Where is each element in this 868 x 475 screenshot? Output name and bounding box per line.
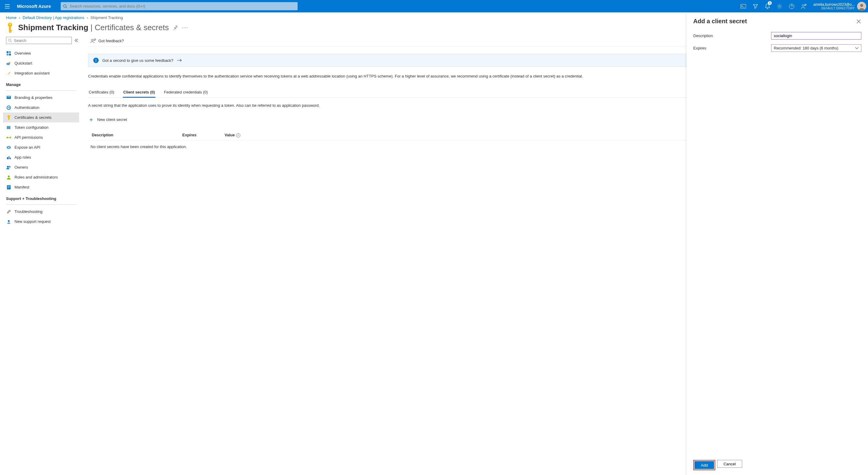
svg-rect-28 xyxy=(8,156,10,159)
chevron-double-left-icon xyxy=(74,38,79,42)
svg-rect-14 xyxy=(9,51,11,53)
chevron-right-icon: › xyxy=(19,15,20,20)
svg-rect-1 xyxy=(741,4,746,8)
close-button[interactable] xyxy=(857,19,861,24)
help-icon xyxy=(789,4,794,9)
nav-item-overview[interactable]: Overview xyxy=(3,48,79,58)
svg-rect-33 xyxy=(7,185,10,190)
nav-item-manifest[interactable]: Manifest xyxy=(3,182,79,192)
svg-point-35 xyxy=(91,39,93,41)
nav-item-token-configuration[interactable]: Token configuration xyxy=(3,123,79,132)
svg-point-18 xyxy=(9,72,10,73)
nav-item-owners[interactable]: Owners xyxy=(3,162,79,172)
collapse-nav-button[interactable] xyxy=(74,38,79,42)
add-client-secret-panel: Add a client secret Description Expires … xyxy=(687,12,868,473)
svg-point-0 xyxy=(63,4,66,7)
chevron-right-icon: › xyxy=(87,15,88,20)
roles-icon xyxy=(7,155,11,160)
brand-icon xyxy=(7,96,11,100)
table-header-expires: Expires xyxy=(182,133,213,138)
breadcrumb-link-directory[interactable]: Default Directory | App registrations xyxy=(23,15,84,20)
global-search[interactable] xyxy=(61,2,298,10)
description-input[interactable] xyxy=(771,32,861,39)
nav-search-input[interactable] xyxy=(14,38,70,43)
hamburger-icon xyxy=(5,4,10,8)
tab-client-secrets[interactable]: Client secrets (0) xyxy=(123,88,156,98)
help-button[interactable] xyxy=(785,0,798,12)
nav-label: Quickstart xyxy=(14,61,32,65)
nav-label: Authentication xyxy=(14,105,39,110)
nav-item-troubleshooting[interactable]: Troubleshooting xyxy=(3,207,79,216)
left-nav: Overview Quickstart Integration assistan… xyxy=(0,37,82,473)
manifest-icon xyxy=(7,185,10,190)
nav-label: Overview xyxy=(14,51,31,56)
expires-select[interactable]: Recommended: 180 days (6 months) xyxy=(771,44,861,52)
tab-federated-credentials[interactable]: Federated credentials (0) xyxy=(163,88,208,97)
info-icon[interactable]: i xyxy=(236,133,240,138)
info-icon: i xyxy=(93,58,99,63)
nav-item-expose-api[interactable]: Expose an API xyxy=(3,142,79,152)
notification-badge: 3 xyxy=(768,1,772,5)
nav-label: Troubleshooting xyxy=(14,209,42,214)
arrow-right-icon xyxy=(177,59,182,62)
nav-item-quickstart[interactable]: Quickstart xyxy=(3,58,79,68)
svg-point-4 xyxy=(802,4,804,6)
page-title-main: Shipment Tracking xyxy=(18,23,88,32)
nav-item-authentication[interactable]: Authentication xyxy=(3,103,79,112)
brand-label[interactable]: Microsoft Azure xyxy=(14,4,56,9)
expose-icon xyxy=(6,146,11,149)
tab-certificates[interactable]: Certificates (0) xyxy=(88,88,115,97)
got-feedback-button[interactable]: Got feedback? xyxy=(88,37,126,45)
add-button-highlight: Add xyxy=(693,460,715,470)
nav-section-support: Support + Troubleshooting xyxy=(6,192,79,203)
key-icon xyxy=(6,22,14,33)
wrench-icon xyxy=(7,210,11,214)
filter-icon xyxy=(753,4,758,9)
owners-icon xyxy=(6,166,11,169)
svg-point-30 xyxy=(7,166,9,168)
button-label: New client secret xyxy=(97,117,127,122)
nav-search[interactable] xyxy=(6,37,72,44)
add-button[interactable]: Add xyxy=(694,461,714,469)
nav-label: Owners xyxy=(14,165,28,169)
svg-rect-13 xyxy=(7,51,8,53)
nav-label: Expose an API xyxy=(14,145,40,149)
divider xyxy=(6,204,76,205)
avatar xyxy=(857,2,866,11)
search-icon xyxy=(8,39,12,42)
svg-point-32 xyxy=(8,175,10,177)
global-search-input[interactable] xyxy=(70,4,295,8)
page-title-sub: Certificates & secrets xyxy=(95,23,169,32)
nav-item-new-support-request[interactable]: New support request xyxy=(3,216,79,227)
svg-point-34 xyxy=(8,220,10,222)
gear-icon xyxy=(777,4,782,9)
nav-item-branding[interactable]: Branding & properties xyxy=(3,93,79,103)
rocket-icon xyxy=(7,71,11,75)
svg-point-24 xyxy=(7,137,8,138)
nav-item-certificates-secrets[interactable]: Certificates & secrets xyxy=(3,112,79,123)
nav-item-integration-assistant[interactable]: Integration assistant xyxy=(3,68,79,78)
cloud-shell-button[interactable] xyxy=(737,0,749,12)
pin-button[interactable] xyxy=(173,25,178,30)
hamburger-menu-button[interactable] xyxy=(0,0,14,12)
close-icon xyxy=(857,19,861,24)
cancel-button[interactable]: Cancel xyxy=(717,460,742,468)
nav-label: Manifest xyxy=(14,185,29,190)
banner-text: Got a second to give us some feedback? xyxy=(102,58,174,63)
nav-item-api-permissions[interactable]: API permissions xyxy=(3,132,79,142)
feedback-button[interactable] xyxy=(798,0,810,12)
svg-point-12 xyxy=(8,39,11,41)
plus-icon: ＋ xyxy=(88,115,94,124)
notifications-button[interactable]: 3 xyxy=(762,0,774,12)
user-account-button[interactable]: amelia.burrows2023@o... DEFAULT DIRECTOR… xyxy=(810,2,868,11)
directories-button[interactable] xyxy=(749,0,762,12)
nav-item-roles-admins[interactable]: Roles and administrators xyxy=(3,172,79,182)
settings-button[interactable] xyxy=(774,0,785,12)
nav-item-app-roles[interactable]: App roles xyxy=(3,152,79,162)
nav-label: Branding & properties xyxy=(14,95,53,100)
breadcrumb-link-home[interactable]: Home xyxy=(6,15,17,20)
more-button[interactable]: ··· xyxy=(182,25,188,31)
nav-label: Integration assistant xyxy=(14,71,50,75)
nav-label: New support request xyxy=(14,219,51,224)
page-title: Shipment Tracking | Certificates & secre… xyxy=(18,23,169,32)
